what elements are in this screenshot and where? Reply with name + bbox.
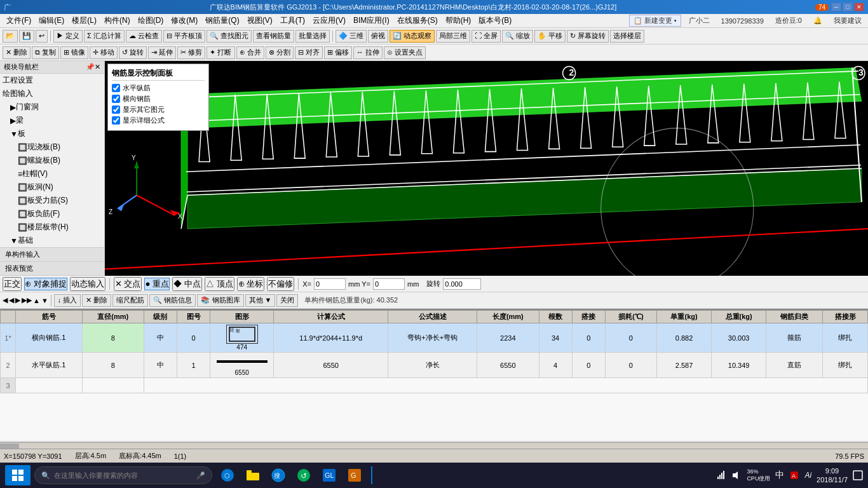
- table-row[interactable]: 1* 横向钢筋.1 8 中 0 矩 矩: [1, 323, 868, 353]
- checkbox-horizontal-rebar-input[interactable]: [112, 84, 120, 92]
- task-item-file-explorer[interactable]: [241, 465, 264, 485]
- sidebar-item-door-window[interactable]: ▶ 门窗洞: [0, 100, 104, 114]
- scale-rebar-button[interactable]: 缩尺配筋: [112, 294, 148, 307]
- sidebar-item-cast-slab[interactable]: 🔲现浇板(B): [0, 140, 104, 154]
- nav-up-icon[interactable]: ▲: [33, 297, 40, 304]
- bottom-scrollbar[interactable]: [0, 441, 868, 449]
- tray-volume[interactable]: [731, 470, 742, 480]
- nav-last-icon[interactable]: ▶▶: [22, 296, 32, 304]
- menu-floor[interactable]: 楼层(L): [68, 14, 100, 27]
- bar-formula[interactable]: 6550: [274, 353, 388, 378]
- bar-count[interactable]: 4: [539, 353, 572, 378]
- copy-button[interactable]: ⧉ 复制: [32, 46, 59, 59]
- menu-component[interactable]: 构件(N): [100, 14, 134, 27]
- bar-loss[interactable]: 0: [605, 353, 656, 378]
- screen-rotate-button[interactable]: ↻ 屏幕旋转: [567, 30, 609, 43]
- table-row[interactable]: 3: [1, 378, 868, 393]
- break-button[interactable]: ✦ 打断: [207, 46, 234, 59]
- align-slab-button[interactable]: ⊟ 平齐板顶: [163, 30, 205, 43]
- tray-ai[interactable]: Ai: [804, 471, 811, 480]
- stretch-button[interactable]: ↔ 拉伸: [353, 46, 383, 59]
- define-button[interactable]: ▶ 定义: [53, 30, 83, 43]
- checkbox-lateral-rebar[interactable]: 横向钢筋: [112, 94, 205, 104]
- extend-button[interactable]: ⇥ 延伸: [148, 46, 176, 59]
- sidebar-item-foundation[interactable]: ▼ 基础: [0, 234, 104, 247]
- rebar-library-button[interactable]: 📚 钢筋图库: [197, 294, 243, 307]
- taskbar-search[interactable]: 🔍 在这里输入你要搜索的内容 🎤: [34, 466, 212, 484]
- checkbox-lateral-rebar-input[interactable]: [112, 95, 120, 103]
- menu-help[interactable]: 帮助(H): [442, 14, 475, 27]
- sidebar-pin-button[interactable]: 📌✕: [86, 63, 100, 71]
- checkbox-show-formula[interactable]: 显示详细公式: [112, 116, 205, 125]
- bar-length[interactable]: 6550: [477, 353, 539, 378]
- bar-overlap[interactable]: 0: [572, 323, 605, 353]
- other-button[interactable]: 其他 ▼: [245, 294, 276, 307]
- sidebar-item-column-cap[interactable]: ≡柱帽(V): [0, 167, 104, 180]
- nav-down-icon[interactable]: ▼: [41, 297, 48, 304]
- bar-count[interactable]: 34: [539, 323, 572, 353]
- select-floor-button[interactable]: 选择楼层: [610, 30, 644, 43]
- rotate-button[interactable]: ↺ 旋转: [119, 46, 147, 59]
- merge-button[interactable]: ⊕ 合并: [236, 46, 264, 59]
- close-panel-button[interactable]: 关闭: [276, 294, 298, 307]
- checkbox-show-formula-input[interactable]: [112, 116, 120, 125]
- delete-button[interactable]: ✕ 删除: [3, 46, 31, 59]
- sidebar-item-draw-input[interactable]: 绘图输入: [0, 87, 104, 100]
- menu-version[interactable]: 版本号(B): [475, 14, 515, 27]
- bar-grade[interactable]: 中: [144, 353, 177, 378]
- trim-button[interactable]: ✂ 修剪: [177, 46, 205, 59]
- sidebar-item-slab-hole[interactable]: 🔲板洞(N): [0, 180, 104, 194]
- table-row[interactable]: 2 水平纵筋.1 8 中 1 6550 6550 净长 6550 4: [1, 353, 868, 378]
- find-element-button[interactable]: 🔍 查找图元: [207, 30, 252, 43]
- rotate-input[interactable]: [443, 278, 481, 290]
- pan-button[interactable]: ✋ 平移: [534, 30, 566, 43]
- menu-modify[interactable]: 修改(M): [167, 14, 201, 27]
- undo-button[interactable]: ↩: [36, 30, 48, 43]
- nav-back-icon[interactable]: ◀: [3, 296, 8, 304]
- bar-dia[interactable]: [82, 378, 144, 393]
- batch-select-button[interactable]: 批量选择: [295, 30, 330, 43]
- coord-button[interactable]: ⊕ 坐标: [237, 277, 265, 291]
- start-button[interactable]: [5, 465, 31, 485]
- mirror-button[interactable]: ⊞ 镜像: [60, 46, 88, 59]
- bar-loss[interactable]: 0: [605, 323, 656, 353]
- tray-antivirus[interactable]: A: [789, 470, 799, 480]
- bar-fig[interactable]: 0: [177, 323, 210, 353]
- nav-prev-icon[interactable]: ◀: [9, 296, 14, 304]
- top-view-button[interactable]: 俯视: [368, 30, 388, 43]
- menu-online[interactable]: 在线服务(S): [393, 14, 442, 27]
- y-input[interactable]: [373, 278, 405, 290]
- open-file-button[interactable]: 📂: [3, 30, 18, 43]
- no-offset-button[interactable]: 不偏修: [267, 277, 294, 291]
- checkbox-horizontal-rebar[interactable]: 水平纵筋: [112, 83, 205, 93]
- rebar-info-button[interactable]: 🔍 钢筋信息: [149, 294, 196, 307]
- menu-view[interactable]: 视图(V): [243, 14, 276, 27]
- dynamic-view-button[interactable]: 🔄 动态观察: [390, 30, 435, 43]
- midpoint-button[interactable]: ● 重点: [144, 278, 170, 290]
- sum-button[interactable]: Σ 汇总计算: [84, 30, 125, 43]
- comment-button[interactable]: 我要建议: [830, 15, 865, 27]
- task-item-app2[interactable]: G: [343, 465, 366, 485]
- sidebar-item-beam[interactable]: ▶ 梁: [0, 114, 104, 127]
- tray-network[interactable]: [716, 470, 726, 480]
- cloud-check-button[interactable]: ☁ 云检查: [126, 30, 162, 43]
- sidebar-item-slab[interactable]: ▼ 板: [0, 127, 104, 140]
- bar-name[interactable]: 水平纵筋.1: [16, 353, 83, 378]
- menu-file[interactable]: 文件(F): [3, 14, 35, 27]
- menu-edit[interactable]: 编辑(E): [35, 14, 68, 27]
- report-preview-button[interactable]: 报表预览: [0, 262, 104, 276]
- vertex-button[interactable]: △ 顶点: [205, 277, 234, 291]
- offset-button[interactable]: ⊞ 偏移: [324, 46, 352, 59]
- sidebar-item-slab-rebar[interactable]: 🔲板受力筋(S): [0, 194, 104, 207]
- task-item-edge[interactable]: ↺: [292, 465, 315, 485]
- insert-button[interactable]: ↓ 插入: [54, 294, 81, 307]
- 3d-button[interactable]: 🔷 三维: [336, 30, 367, 43]
- single-component-input-button[interactable]: 单构件输入: [0, 248, 104, 262]
- bar-name[interactable]: [16, 378, 83, 393]
- bar-overlap[interactable]: 0: [572, 353, 605, 378]
- task-item-browser[interactable]: 搜: [267, 465, 290, 485]
- save-button[interactable]: 💾: [19, 30, 34, 43]
- bar-name[interactable]: 横向钢筋.1: [16, 323, 83, 353]
- dynamic-input-button[interactable]: 动态输入: [70, 277, 105, 291]
- menu-cloud[interactable]: 云应用(V): [309, 14, 349, 27]
